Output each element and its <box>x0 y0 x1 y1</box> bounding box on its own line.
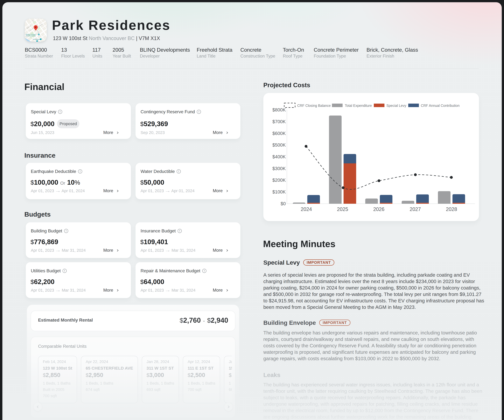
svg-text:$100K: $100K <box>272 189 286 194</box>
svg-text:Special Levy: Special Levy <box>386 104 406 108</box>
svg-text:$400K: $400K <box>272 154 286 159</box>
svg-text:$600K: $600K <box>272 131 286 136</box>
svg-text:$300K: $300K <box>272 166 286 171</box>
svg-text:$0: $0 <box>281 201 286 206</box>
svg-text:$700K: $700K <box>272 119 286 124</box>
svg-text:2025: 2025 <box>337 206 348 212</box>
svg-text:Total Expenditure: Total Expenditure <box>345 104 372 108</box>
svg-text:$200K: $200K <box>272 178 286 183</box>
svg-text:$500K: $500K <box>272 142 286 148</box>
svg-text:$800K: $800K <box>272 107 286 112</box>
svg-text:2028: 2028 <box>446 206 457 212</box>
svg-text:2026: 2026 <box>373 206 384 212</box>
svg-text:CRF Closing Balance: CRF Closing Balance <box>297 104 331 108</box>
svg-text:2027: 2027 <box>410 206 421 212</box>
svg-text:The Shipyards: The Shipyards <box>33 39 40 40</box>
svg-text:of North Vancouver: of North Vancouver <box>26 35 36 36</box>
svg-text:MONOVA: Museum: MONOVA: Museum <box>26 34 36 35</box>
svg-text:2024: 2024 <box>301 206 312 212</box>
svg-text:CRF Annual Contribution: CRF Annual Contribution <box>421 104 460 108</box>
